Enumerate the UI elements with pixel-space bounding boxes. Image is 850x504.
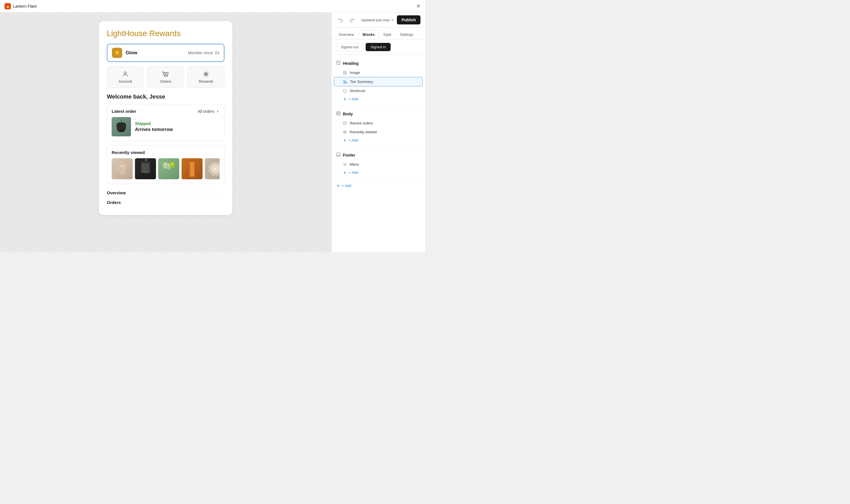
titlebar-left: 🔥 Lantern Flare: [4, 3, 37, 10]
svg-point-2: [167, 76, 168, 77]
rv-image-2[interactable]: [135, 158, 156, 179]
member-since: Member since '24: [188, 51, 219, 55]
rv-section-header: Recently viewed: [112, 150, 220, 155]
svg-point-0: [124, 72, 126, 74]
body-label: Body: [343, 112, 353, 116]
svg-point-44: [344, 72, 345, 72]
tab-overview[interactable]: Overview: [335, 30, 358, 39]
divider-2: [331, 147, 425, 147]
tab-style[interactable]: Style: [380, 30, 395, 39]
undo-button[interactable]: [336, 15, 345, 24]
publish-button[interactable]: Publish: [397, 15, 420, 24]
nav-rewards[interactable]: Rewards: [187, 67, 224, 88]
recently-viewed-icon: [343, 130, 347, 134]
heading-section-header: Heading: [331, 58, 425, 68]
nav-account-label: Account: [119, 79, 132, 84]
panel-recently-viewed-item[interactable]: Recently viewed: [334, 128, 423, 137]
svg-rect-50: [337, 112, 340, 115]
app-icon: 🔥: [4, 3, 11, 10]
nav-account[interactable]: Account: [107, 67, 144, 88]
signed-out-button[interactable]: Signed out: [336, 43, 363, 51]
right-panel: Updated just now Publish Overview Blocks…: [331, 13, 425, 252]
svg-rect-47: [346, 82, 347, 83]
chevron-right-icon: [216, 109, 220, 113]
signin-toggle: Signed out Signed in: [331, 39, 425, 55]
panel-image-item[interactable]: Image: [334, 68, 423, 77]
bottom-nav: Overview Orders: [107, 188, 224, 207]
bottom-add-icon: [336, 184, 340, 188]
footer-label: Footer: [343, 153, 356, 157]
divider-3: [331, 179, 425, 180]
order-image: [112, 117, 131, 137]
latest-order-card: Latest order All orders: [107, 104, 224, 141]
panel-recent-orders-item[interactable]: Recent orders: [334, 119, 423, 128]
body-section-header: Body: [331, 109, 425, 119]
bottom-add-button[interactable]: + Add: [331, 181, 425, 190]
body-add-button[interactable]: + Add: [334, 137, 423, 144]
rv-image-3[interactable]: [158, 158, 179, 179]
heading-section-icon: [336, 60, 341, 66]
svg-point-27: [189, 160, 195, 162]
redo-button[interactable]: [347, 15, 357, 24]
shortcuts-label: Shortcuts: [350, 89, 365, 93]
signed-in-button[interactable]: Signed in: [366, 43, 391, 51]
updated-label: Updated just now: [361, 18, 390, 22]
heading-add-button[interactable]: + Add: [334, 95, 423, 103]
bottom-nav-overview[interactable]: Overview: [107, 188, 224, 198]
latest-order-title: Latest order: [112, 109, 137, 114]
bottom-nav-orders[interactable]: Orders: [107, 198, 224, 207]
undo-icon: [338, 18, 343, 22]
footer-add-icon: [343, 171, 347, 175]
member-name: Glow: [126, 50, 185, 56]
footer-section: Footer Menu: [331, 149, 425, 178]
member-avatar: ☀️: [112, 48, 122, 58]
preview-area: LightHouse Rewards ☀️ Glow Member since …: [0, 13, 331, 252]
svg-rect-57: [337, 153, 340, 156]
chevron-down-icon: [391, 18, 395, 22]
menu-item-label: Menu: [350, 162, 359, 166]
rv-image-4[interactable]: [182, 158, 202, 179]
svg-point-9: [119, 130, 124, 132]
rv-image-5[interactable]: [205, 158, 220, 179]
orders-icon: [162, 71, 169, 77]
member-card[interactable]: ☀️ Glow Member since '24: [107, 44, 224, 62]
main-layout: LightHouse Rewards ☀️ Glow Member since …: [0, 13, 425, 252]
toolbar-updated: Updated just now: [359, 18, 395, 22]
svg-rect-26: [190, 161, 194, 177]
nav-orders[interactable]: Orders: [147, 67, 184, 88]
body-section: Body Recent orders: [331, 108, 425, 145]
menu-icon: [343, 162, 347, 166]
app-title: Lantern Flare: [13, 4, 37, 8]
footer-section-header: Footer: [331, 150, 425, 160]
heading-section: Heading Image: [331, 57, 425, 104]
tier-summary-icon: [343, 80, 347, 84]
footer-add-button[interactable]: + Add: [334, 169, 423, 176]
svg-point-54: [344, 131, 345, 133]
recently-viewed-label: Recently viewed: [350, 130, 377, 134]
widget-header: LightHouse Rewards: [107, 29, 224, 38]
panel-menu-item[interactable]: Menu: [334, 160, 423, 169]
tier-summary-label: Tier Summary: [350, 79, 373, 84]
svg-point-31: [214, 168, 216, 170]
svg-rect-40: [337, 61, 340, 65]
rv-image-1[interactable]: [112, 158, 133, 179]
panel-shortcuts-item[interactable]: Shortcuts: [334, 86, 423, 95]
shortcuts-icon: [343, 89, 347, 93]
widget-title: LightHouse Rewards: [107, 29, 224, 38]
tab-blocks[interactable]: Blocks: [359, 30, 378, 39]
rewards-icon: [202, 71, 210, 77]
body-section-icon: [336, 111, 341, 116]
svg-point-1: [164, 76, 165, 77]
toolbar: Updated just now Publish: [331, 13, 425, 28]
welcome-text: Welcome back, Jesse: [107, 93, 224, 100]
svg-point-22: [168, 164, 169, 166]
all-orders-link[interactable]: All orders: [198, 109, 220, 114]
widget-card: LightHouse Rewards ☀️ Glow Member since …: [99, 21, 232, 215]
panel-tier-summary-item[interactable]: Tier Summary: [334, 77, 423, 86]
svg-point-21: [164, 164, 166, 165]
body-add-icon: [343, 138, 347, 142]
close-button[interactable]: ✕: [416, 4, 420, 9]
footer-section-icon: [336, 152, 341, 158]
tab-settings[interactable]: Settings: [396, 30, 417, 39]
order-section-header: Latest order All orders: [112, 109, 220, 114]
